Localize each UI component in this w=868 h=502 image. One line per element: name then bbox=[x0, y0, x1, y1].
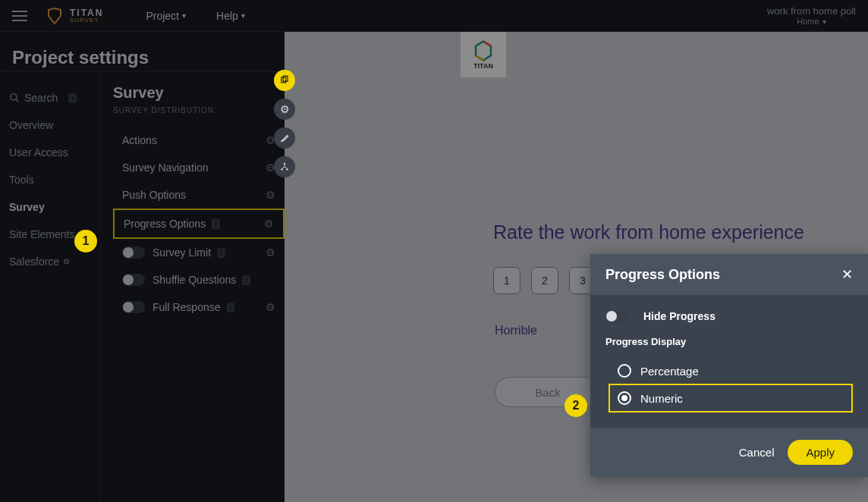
logo-title: TITAN bbox=[70, 8, 103, 17]
survey-question: Rate the work from home experience bbox=[493, 221, 804, 243]
gear-icon[interactable]: ⚙ bbox=[266, 246, 275, 259]
sidebar-item-tools[interactable]: Tools bbox=[0, 166, 100, 193]
nav-help[interactable]: Help▾ bbox=[216, 10, 245, 22]
survey-submenu: Survey SURVEY DISTRIBUTION Actions ⚙ Sur… bbox=[101, 72, 285, 502]
canvas-tool-rail: ⚙ bbox=[274, 70, 295, 177]
copy-icon bbox=[279, 75, 290, 86]
logo-subtitle: SURVEY bbox=[70, 17, 103, 24]
rating-2[interactable]: 2 bbox=[531, 267, 558, 294]
settings-nav: Search i Overview User Access Tools Surv… bbox=[0, 72, 101, 502]
apply-button[interactable]: Apply bbox=[788, 440, 853, 465]
svg-point-5 bbox=[281, 168, 282, 170]
annotation-marker-1: 1 bbox=[74, 230, 97, 253]
radio-icon bbox=[618, 364, 631, 378]
rating-1[interactable]: 1 bbox=[493, 267, 520, 294]
info-badge: i bbox=[242, 275, 250, 285]
svg-point-6 bbox=[286, 168, 288, 170]
tool-nodes[interactable] bbox=[274, 156, 295, 177]
svg-point-4 bbox=[284, 163, 285, 165]
sidebar-item-overview[interactable]: Overview bbox=[0, 111, 100, 139]
breadcrumb-title: work from home poll bbox=[767, 5, 856, 17]
info-badge: i bbox=[227, 303, 235, 312]
toggle-shuffle-questions[interactable] bbox=[122, 274, 145, 286]
toggle-hide-progress[interactable] bbox=[605, 310, 628, 322]
toggle-survey-limit[interactable] bbox=[122, 246, 145, 259]
breadcrumb[interactable]: work from home poll Home▾ bbox=[767, 5, 856, 26]
external-link-icon: ⧉ bbox=[64, 257, 69, 266]
toggle-full-response[interactable] bbox=[122, 301, 145, 313]
rating-buttons: 1 2 3 bbox=[493, 267, 596, 294]
sidebar-item-survey[interactable]: Survey bbox=[0, 193, 100, 221]
nodes-icon bbox=[279, 162, 290, 172]
gear-icon[interactable]: ⚙ bbox=[266, 301, 275, 313]
hamburger-icon[interactable] bbox=[12, 11, 27, 21]
submenu-actions[interactable]: Actions ⚙ bbox=[113, 127, 285, 154]
brush-icon bbox=[279, 133, 290, 143]
submenu-progress-options[interactable]: Progress Options i ⚙ bbox=[113, 209, 285, 239]
submenu-title: Survey bbox=[113, 84, 285, 102]
search-row[interactable]: Search i bbox=[0, 84, 100, 111]
radio-icon bbox=[618, 391, 631, 405]
chevron-down-icon: ▾ bbox=[822, 17, 826, 26]
submenu-subtitle: SURVEY DISTRIBUTION bbox=[113, 106, 285, 115]
gear-icon[interactable]: ⚙ bbox=[264, 218, 274, 230]
settings-panel: Project settings Search i Overview User … bbox=[0, 32, 285, 502]
breadcrumb-home: Home bbox=[797, 17, 819, 26]
topbar: TITAN SURVEY Project▾ Help▾ work from ho… bbox=[0, 0, 868, 32]
submenu-push-options[interactable]: Push Options ⚙ bbox=[113, 181, 285, 209]
search-label: Search bbox=[24, 92, 58, 104]
annotation-marker-2: 2 bbox=[565, 394, 587, 417]
search-icon bbox=[9, 93, 20, 103]
radio-percentage[interactable]: Percentage bbox=[610, 358, 853, 384]
tool-brush[interactable] bbox=[274, 127, 295, 149]
hide-progress-label: Hide Progress bbox=[643, 310, 715, 322]
tool-settings[interactable]: ⚙ bbox=[274, 99, 295, 120]
svg-point-0 bbox=[11, 94, 17, 100]
nav-project[interactable]: Project▾ bbox=[146, 10, 186, 22]
info-badge: i bbox=[217, 248, 225, 258]
rating-label-low: Horrible bbox=[495, 324, 537, 337]
dialog-title: Progress Options bbox=[605, 267, 720, 283]
svg-line-1 bbox=[16, 99, 19, 102]
info-badge: i bbox=[68, 93, 77, 103]
gear-icon[interactable]: ⚙ bbox=[266, 189, 275, 201]
submenu-survey-limit[interactable]: Survey Limit i ⚙ bbox=[113, 239, 285, 266]
tool-copy[interactable] bbox=[274, 70, 295, 91]
submenu-survey-navigation[interactable]: Survey Navigation ⚙ bbox=[113, 154, 285, 181]
canvas-logo: TITAN bbox=[461, 32, 506, 77]
gear-icon: ⚙ bbox=[280, 103, 290, 115]
progress-display-label: Progress Display bbox=[605, 336, 853, 347]
titan-logo-icon bbox=[472, 39, 495, 62]
progress-options-dialog: Progress Options ✕ Hide Progress Progres… bbox=[590, 254, 868, 477]
page-title: Project settings bbox=[0, 32, 285, 71]
radio-numeric[interactable]: Numeric bbox=[609, 384, 853, 413]
sidebar-item-user-access[interactable]: User Access bbox=[0, 139, 100, 166]
submenu-shuffle-questions[interactable]: Shuffle Questions i bbox=[113, 266, 285, 293]
titan-logo-icon bbox=[46, 7, 64, 25]
chevron-down-icon: ▾ bbox=[182, 11, 186, 20]
info-badge: i bbox=[212, 219, 220, 229]
chevron-down-icon: ▾ bbox=[241, 11, 245, 20]
submenu-full-response[interactable]: Full Response i ⚙ bbox=[113, 293, 285, 321]
cancel-button[interactable]: Cancel bbox=[739, 446, 775, 459]
close-icon[interactable]: ✕ bbox=[841, 266, 853, 283]
logo[interactable]: TITAN SURVEY bbox=[46, 7, 103, 25]
